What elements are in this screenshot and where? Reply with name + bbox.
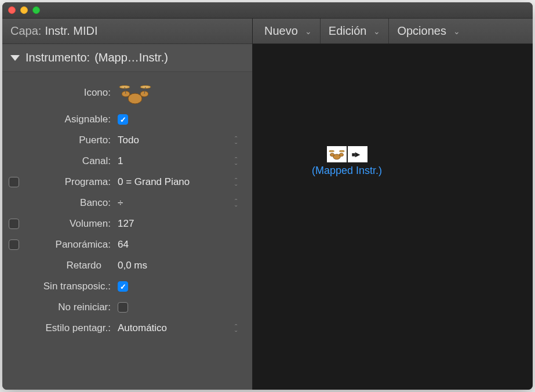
noreiniciar-checkbox[interactable] — [118, 302, 128, 313]
environment-object[interactable]: (Mapped Instr.) — [312, 146, 382, 177]
environment-object-label: (Mapped Instr.) — [312, 165, 382, 177]
icono-value[interactable] — [115, 81, 242, 104]
svg-rect-12 — [352, 153, 355, 156]
environment-window: Capa: Instr. MIDI Instrumento: (Mapp…Ins… — [2, 2, 533, 390]
banco-label: Banco: — [26, 197, 115, 209]
environment-canvas[interactable]: (Mapped Instr.) — [253, 44, 533, 390]
section-value: (Mapp…Instr.) — [94, 51, 168, 64]
svg-point-11 — [339, 150, 344, 152]
canal-value-text: 1 — [118, 155, 123, 167]
svg-point-9 — [339, 153, 343, 156]
menu-nuevo[interactable]: Nuevo ⌄ — [256, 19, 321, 43]
menu-opciones-label: Opciones — [397, 24, 446, 38]
row-transpos: Sin transposic.: — [2, 276, 252, 297]
row-banco: Banco: ÷ — [2, 193, 252, 213]
titlebar — [2, 2, 533, 19]
volumen-value[interactable]: 127 — [115, 218, 242, 230]
section-label: Instrumento: — [26, 51, 90, 64]
svg-point-8 — [330, 153, 334, 156]
panoramica-value[interactable]: 64 — [115, 239, 242, 251]
zoom-window-button[interactable] — [32, 6, 40, 14]
volumen-label: Volumen: — [26, 218, 115, 230]
asignable-label: Asignable: — [26, 114, 115, 125]
svg-point-0 — [128, 93, 142, 104]
canal-stepper[interactable] — [234, 155, 242, 168]
retardo-value[interactable]: 0,0 ms — [115, 260, 242, 271]
row-puerto: Puerto: Todo — [2, 130, 252, 151]
retardo-label[interactable]: Retardo — [26, 260, 115, 271]
panoramica-value-text: 64 — [118, 239, 129, 251]
row-programa: Programa: 0 = Grand Piano — [2, 172, 252, 193]
noreiniciar-label: No reiniciar: — [26, 302, 115, 313]
row-retardo: Retardo 0,0 ms — [2, 255, 252, 276]
menu-nuevo-label: Nuevo — [264, 24, 298, 38]
canal-value[interactable]: 1 — [115, 155, 242, 168]
row-canal: Canal: 1 — [2, 151, 252, 172]
pentagr-value[interactable]: Automático — [115, 322, 242, 335]
cable-out-icon[interactable] — [348, 146, 367, 162]
retardo-label-text: Retardo — [67, 260, 101, 271]
panoramica-enable-checkbox[interactable] — [9, 239, 19, 250]
canvas-toolbar: Nuevo ⌄ Edición ⌄ Opciones ⌄ — [253, 19, 533, 44]
parameter-rows: Icono: — [2, 72, 252, 343]
menu-edicion[interactable]: Edición ⌄ — [321, 19, 390, 43]
chevron-down-icon: ⌄ — [305, 27, 312, 36]
disclosure-triangle-icon[interactable] — [10, 55, 20, 61]
programa-enable-checkbox[interactable] — [9, 177, 19, 187]
panoramica-label: Panorámica: — [26, 239, 115, 251]
environment-canvas-area: Nuevo ⌄ Edición ⌄ Opciones ⌄ — [253, 19, 533, 390]
environment-object-icons — [312, 146, 382, 162]
banco-stepper[interactable] — [234, 197, 242, 209]
drum-kit-icon — [118, 81, 152, 104]
chevron-down-icon: ⌄ — [453, 27, 460, 36]
transpos-label: Sin transposic.: — [14, 281, 115, 292]
row-pentagr: Estilo pentagr.: Automático — [2, 318, 252, 339]
menu-edicion-label: Edición — [329, 24, 367, 38]
content-split: Capa: Instr. MIDI Instrumento: (Mapp…Ins… — [2, 19, 533, 390]
chevron-down-icon: ⌄ — [373, 27, 380, 36]
puerto-label: Puerto: — [26, 135, 115, 146]
programa-stepper[interactable] — [234, 176, 242, 188]
pentagr-value-text: Automático — [118, 322, 167, 334]
inspector-panel: Capa: Instr. MIDI Instrumento: (Mapp…Ins… — [2, 19, 253, 390]
layer-value: Instr. MIDI — [45, 24, 97, 38]
window-controls — [8, 6, 40, 14]
row-icono: Icono: — [2, 77, 252, 109]
row-volumen: Volumen: 127 — [2, 213, 252, 234]
row-noreiniciar: No reiniciar: — [2, 297, 252, 318]
close-window-button[interactable] — [8, 6, 16, 14]
banco-value-text: ÷ — [118, 197, 123, 209]
volumen-value-text: 127 — [118, 218, 134, 230]
pentagr-label: Estilo pentagr.: — [14, 322, 115, 334]
menu-opciones[interactable]: Opciones ⌄ — [389, 19, 468, 43]
minimize-window-button[interactable] — [20, 6, 28, 14]
programa-value-text: 0 = Grand Piano — [118, 176, 190, 188]
banco-value[interactable]: ÷ — [115, 197, 242, 209]
icono-label: Icono: — [26, 87, 115, 99]
instrument-section-header[interactable]: Instrumento: (Mapp…Instr.) — [2, 44, 252, 72]
layer-label: Capa: — [10, 24, 41, 38]
drum-kit-thumb-icon — [327, 146, 347, 162]
programa-value[interactable]: 0 = Grand Piano — [115, 176, 242, 188]
row-asignable: Asignable: — [2, 109, 252, 130]
svg-marker-13 — [355, 152, 360, 157]
puerto-stepper[interactable] — [234, 134, 242, 147]
puerto-value-text: Todo — [118, 135, 139, 146]
transpos-checkbox[interactable] — [118, 281, 128, 292]
programa-label: Programa: — [26, 176, 115, 188]
svg-point-10 — [329, 150, 334, 152]
inspector-header[interactable]: Capa: Instr. MIDI — [2, 19, 252, 44]
retardo-value-text: 0,0 ms — [118, 260, 147, 271]
canal-label: Canal: — [26, 155, 115, 167]
asignable-checkbox[interactable] — [118, 114, 128, 125]
pentagr-stepper[interactable] — [234, 322, 242, 335]
volumen-enable-checkbox[interactable] — [9, 219, 19, 229]
row-panoramica: Panorámica: 64 — [2, 234, 252, 255]
puerto-value[interactable]: Todo — [115, 134, 242, 147]
